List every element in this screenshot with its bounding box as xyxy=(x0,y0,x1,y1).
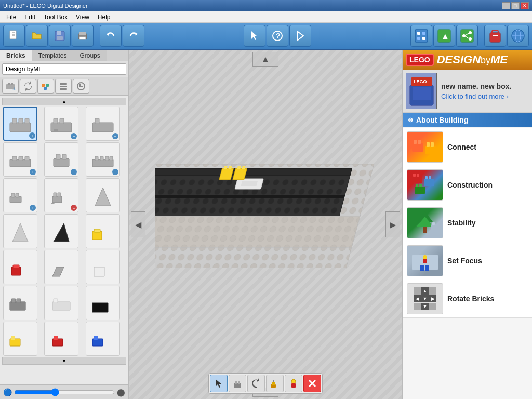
undo-button[interactable] xyxy=(100,25,122,47)
svg-rect-48 xyxy=(19,118,23,124)
brick-item[interactable]: + xyxy=(86,107,120,141)
print-button[interactable] xyxy=(72,25,94,47)
menu-file[interactable]: File xyxy=(2,12,20,22)
tab-groups[interactable]: Groups xyxy=(73,50,107,61)
refresh-button[interactable] xyxy=(20,79,36,94)
svg-rect-90 xyxy=(10,339,20,346)
publish-button[interactable]: ▲ xyxy=(433,25,455,47)
canvas-area[interactable]: ▲ ◀ ▶ ▼ xyxy=(129,50,402,399)
close-button[interactable]: ✕ xyxy=(521,2,529,9)
brick-item[interactable] xyxy=(3,322,37,356)
svg-rect-161 xyxy=(432,222,435,225)
save-button[interactable] xyxy=(49,25,71,47)
maximize-button[interactable]: □ xyxy=(511,2,520,9)
redo-button[interactable] xyxy=(123,25,144,47)
designbyme-logo: DESIGNbyME xyxy=(437,53,508,66)
brick-item[interactable]: + xyxy=(44,107,78,141)
color-filter-button[interactable] xyxy=(37,79,54,94)
brick-item[interactable]: + xyxy=(3,142,37,177)
new-button[interactable] xyxy=(3,25,25,47)
help-item-connect[interactable]: Connect xyxy=(403,128,532,166)
svg-rect-79 xyxy=(94,229,100,232)
brick-item[interactable] xyxy=(86,322,120,356)
brick-item[interactable] xyxy=(44,322,78,356)
nav-up[interactable]: ▲ xyxy=(252,52,278,66)
brick-item[interactable] xyxy=(86,178,120,212)
svg-rect-85 xyxy=(11,299,16,303)
svg-marker-89 xyxy=(92,303,108,312)
lego-model xyxy=(155,71,402,268)
construction-label: Construction xyxy=(447,181,493,189)
window-controls[interactable]: – □ ✕ xyxy=(502,2,529,9)
brick-item[interactable]: + xyxy=(86,142,120,177)
place-brick-tool[interactable] xyxy=(229,375,246,392)
svg-rect-39 xyxy=(42,84,45,87)
promo-link[interactable]: Click to find out more › xyxy=(441,92,511,100)
brick-item[interactable] xyxy=(44,214,78,248)
brick-item[interactable] xyxy=(86,286,120,320)
help-item-setfocus[interactable]: Set Focus xyxy=(403,242,532,280)
help-item-stability[interactable]: Stability xyxy=(403,204,532,242)
brick-item[interactable]: + xyxy=(3,107,37,141)
menu-toolbox[interactable]: Tool Box xyxy=(39,12,72,22)
svg-rect-135 xyxy=(291,383,296,388)
svg-rect-129 xyxy=(235,381,237,384)
svg-rect-64 xyxy=(95,156,98,161)
svg-rect-147 xyxy=(431,142,434,147)
paint-tool[interactable] xyxy=(266,375,284,392)
svg-rect-103 xyxy=(155,195,345,198)
brick-item[interactable] xyxy=(44,286,78,320)
menu-view[interactable]: View xyxy=(72,12,94,22)
brick-item[interactable] xyxy=(3,286,37,320)
brick-item[interactable]: + xyxy=(44,142,78,177)
zoom-slider[interactable] xyxy=(14,388,115,396)
nav-left[interactable]: ◀ xyxy=(131,211,145,237)
svg-rect-102 xyxy=(155,168,352,176)
brick-item[interactable] xyxy=(3,250,37,284)
promo-banner[interactable]: LEGO new name. new box. Click to find ou… xyxy=(403,70,532,113)
svg-rect-52 xyxy=(60,118,64,124)
svg-marker-77 xyxy=(54,223,69,242)
brick-scroll-area[interactable]: ▲ + + + xyxy=(0,96,128,384)
menu-edit[interactable]: Edit xyxy=(20,12,39,22)
arrow-tool[interactable] xyxy=(289,25,311,47)
help-item-construction[interactable]: Construction xyxy=(403,166,532,204)
svg-rect-72 xyxy=(54,193,57,197)
promo-image: LEGO xyxy=(406,73,437,109)
brick-item[interactable] xyxy=(44,250,78,284)
cursor-tool[interactable] xyxy=(210,375,228,392)
select-tool[interactable] xyxy=(244,25,265,47)
delete-tool[interactable] xyxy=(303,375,321,392)
reset-button[interactable] xyxy=(73,79,89,94)
svg-marker-12 xyxy=(251,31,257,40)
menu-help[interactable]: Help xyxy=(94,12,115,22)
brick-item[interactable]: – – xyxy=(44,178,78,212)
add-brick-button[interactable]: + xyxy=(2,79,19,94)
brick-bag-button[interactable] xyxy=(484,25,506,47)
help-item-rotatebricks[interactable]: ▲ ◀ ▼ ▶ ▼ Rotate Bricks xyxy=(403,280,532,318)
brick-item[interactable] xyxy=(3,214,37,248)
tab-bricks[interactable]: Bricks xyxy=(0,50,32,61)
canvas-toolbar xyxy=(208,373,323,394)
svg-rect-42 xyxy=(60,83,67,85)
right-scroll-area[interactable]: ⊖ About Building Connect xyxy=(403,113,532,399)
view-button[interactable] xyxy=(410,25,432,47)
minimize-button[interactable]: – xyxy=(502,2,510,9)
rotate-tool[interactable] xyxy=(247,375,265,392)
open-button[interactable] xyxy=(26,25,48,47)
brick-item[interactable] xyxy=(86,250,120,284)
svg-text:+: + xyxy=(12,86,16,91)
brick-item[interactable]: + xyxy=(3,178,37,212)
tab-templates[interactable]: Templates xyxy=(32,50,74,61)
help-button[interactable]: ? xyxy=(267,25,288,47)
brick-item[interactable] xyxy=(86,214,120,248)
search-input[interactable] xyxy=(2,63,126,75)
about-building-header[interactable]: ⊖ About Building xyxy=(403,113,532,127)
category-button[interactable] xyxy=(55,79,72,94)
panel-icon-bar: + xyxy=(0,77,128,96)
world-button[interactable] xyxy=(507,25,529,47)
scroll-up-button[interactable]: ▲ xyxy=(2,98,126,105)
share-button[interactable] xyxy=(456,25,478,47)
character-tool[interactable] xyxy=(285,375,302,392)
scroll-down-button[interactable]: ▼ xyxy=(2,357,126,365)
